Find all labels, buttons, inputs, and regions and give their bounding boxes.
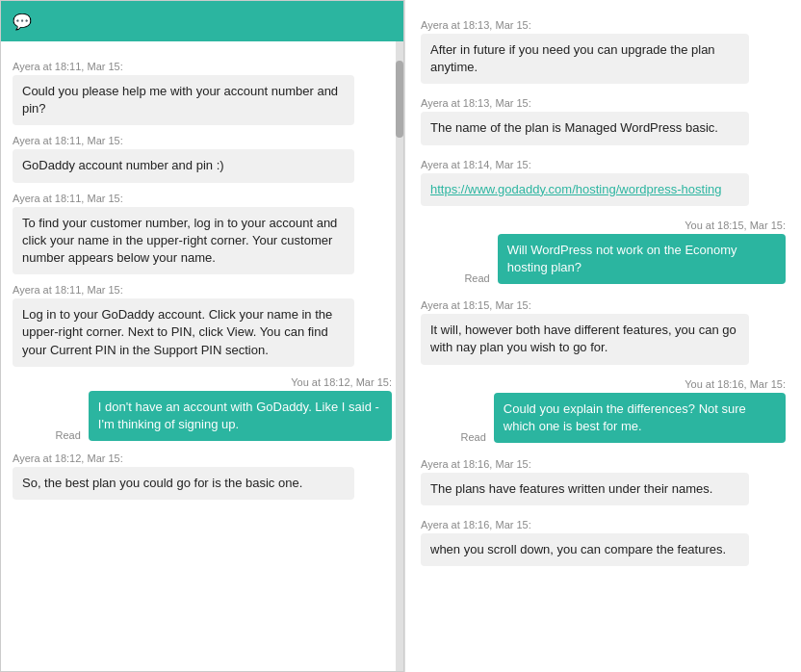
left-chat-messages: Ayera at 18:11, Mar 15:Could you please … (1, 41, 403, 671)
timestamp: Ayera at 18:11, Mar 15: (13, 193, 392, 204)
read-label: Read (56, 429, 81, 441)
timestamp-right: You at 18:12, Mar 15: (13, 376, 392, 388)
right-chat-panel: Ayera at 18:13, Mar 15:After in future i… (404, 0, 801, 672)
read-label: Read (461, 431, 486, 443)
agent-message: Log in to your GoDaddy account. Click yo… (13, 298, 354, 367)
agent-message: Could you please help me with your accou… (13, 75, 354, 125)
timestamp: Ayera at 18:12, Mar 15: (13, 452, 392, 464)
timestamp: Ayera at 18:13, Mar 15: (421, 19, 786, 31)
user-message-wrapper: ReadCould you explain the differences? N… (421, 393, 786, 445)
scrollbar[interactable] (396, 41, 403, 671)
agent-message: After in future if you need you can upgr… (421, 34, 749, 84)
read-label: Read (464, 272, 489, 284)
timestamp: Ayera at 18:16, Mar 15: (421, 519, 786, 530)
chat-header: 💬 (1, 1, 403, 41)
timestamp: Ayera at 18:13, Mar 15: (421, 97, 786, 109)
user-message: Could you explain the differences? Not s… (494, 393, 786, 443)
agent-message: The name of the plan is Managed WordPres… (421, 112, 749, 144)
left-chat-panel: 💬 Ayera at 18:11, Mar 15:Could you pleas… (0, 0, 404, 672)
timestamp: Ayera at 18:15, Mar 15: (421, 299, 786, 311)
timestamp: Ayera at 18:11, Mar 15: (13, 135, 392, 146)
user-message-row: ReadI don't have an account with GoDaddy… (13, 391, 392, 441)
agent-link-message[interactable]: https://www.godaddy.com/hosting/wordpres… (421, 173, 749, 206)
timestamp: Ayera at 18:11, Mar 15: (13, 284, 392, 296)
user-message: Will WordPress not work on the Economy h… (498, 234, 786, 284)
user-message: I don't have an account with GoDaddy. Li… (89, 391, 392, 441)
user-message-wrapper: ReadWill WordPress not work on the Econo… (421, 234, 786, 286)
agent-message: So, the best plan you could go for is th… (13, 467, 354, 500)
header-left: 💬 (13, 13, 39, 31)
agent-message: The plans have features written under th… (421, 473, 749, 505)
timestamp: Ayera at 18:11, Mar 15: (13, 61, 392, 72)
agent-message: when you scroll down, you can compare th… (421, 533, 749, 566)
user-message-wrapper: ReadI don't have an account with GoDaddy… (13, 391, 392, 443)
timestamp-right: You at 18:16, Mar 15: (421, 378, 786, 390)
timestamp: Ayera at 18:14, Mar 15: (421, 159, 786, 170)
timestamp: Ayera at 18:16, Mar 15: (421, 458, 786, 470)
agent-message: GoDaddy account number and pin :) (13, 149, 354, 182)
agent-message: To find your customer number, log in to … (13, 207, 354, 275)
chat-icon: 💬 (13, 13, 32, 31)
chat-link[interactable]: https://www.godaddy.com/hosting/wordpres… (430, 182, 722, 196)
user-message-row: ReadWill WordPress not work on the Econo… (426, 234, 786, 284)
user-message-row: ReadCould you explain the differences? N… (421, 393, 786, 443)
scrollbar-thumb[interactable] (396, 61, 403, 138)
agent-message: It will, however both have different fea… (421, 314, 749, 364)
timestamp-right: You at 18:15, Mar 15: (421, 220, 786, 231)
